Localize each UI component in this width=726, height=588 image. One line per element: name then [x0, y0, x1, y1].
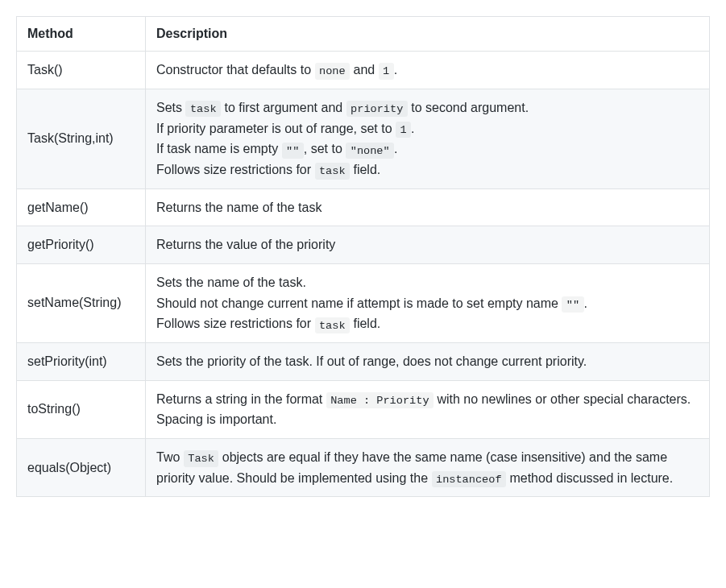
desc-text: Returns the value of the priority [156, 238, 335, 251]
code-snippet: 1 [396, 122, 411, 138]
code-snippet: none [315, 63, 351, 79]
desc-text: Follows size restrictions for [156, 317, 315, 330]
table-header-row: Method Description [17, 17, 710, 52]
code-snippet: "none" [346, 143, 394, 159]
table-row: getPriority() Returns the value of the p… [17, 226, 710, 264]
method-description: Constructor that defaults to none and 1. [146, 52, 710, 89]
table-row: getName() Returns the name of the task [17, 188, 710, 226]
table-row: Task(String,int) Sets task to first argu… [17, 89, 710, 188]
desc-line: Follows size restrictions for task field… [156, 313, 699, 334]
code-snippet: instanceof [432, 471, 506, 487]
desc-text: field. [350, 163, 380, 176]
method-name: getName() [17, 188, 146, 226]
desc-text: . [394, 63, 397, 77]
desc-line: If priority parameter is out of range, s… [156, 118, 699, 139]
desc-text: Sets the name of the task. [156, 275, 306, 289]
desc-text: . [411, 122, 414, 135]
method-name: equals(Object) [17, 438, 146, 497]
code-snippet: task [185, 101, 221, 117]
desc-text: , set to [304, 142, 346, 155]
header-description: Description [146, 17, 710, 52]
table-row: Task() Constructor that defaults to none… [17, 52, 710, 89]
header-method: Method [17, 17, 146, 52]
desc-text: method discussed in lecture. [506, 471, 673, 485]
method-description: Returns the name of the task [146, 188, 710, 226]
table-row: setName(String) Sets the name of the tas… [17, 263, 710, 342]
desc-text: Returns a string in the format [156, 392, 326, 406]
method-description: Returns a string in the format Name : Pr… [146, 380, 710, 438]
desc-text: . [394, 142, 397, 155]
table-row: setPriority(int) Sets the priority of th… [17, 343, 710, 381]
desc-text: Two [156, 450, 184, 464]
method-description: Sets the name of the task. Should not ch… [146, 263, 710, 342]
method-description: Two Task objects are equal if they have … [146, 438, 710, 497]
table-row: equals(Object) Two Task objects are equa… [17, 438, 710, 497]
methods-table: Method Description Task() Constructor th… [16, 16, 710, 497]
desc-text: If task name is empty [156, 142, 282, 155]
method-name: setName(String) [17, 263, 146, 342]
code-snippet: 1 [379, 63, 394, 79]
method-name: Task(String,int) [17, 89, 146, 188]
code-snippet: "" [562, 296, 583, 313]
desc-text: If priority parameter is out of range, s… [156, 122, 396, 135]
desc-line: Follows size restrictions for task field… [156, 159, 699, 180]
desc-text: to first argument and [221, 101, 346, 114]
method-description: Sets task to first argument and priority… [146, 89, 710, 188]
desc-line: If task name is empty "", set to "none". [156, 139, 699, 159]
desc-text: to second argument. [408, 101, 529, 114]
desc-text: Constructor that defaults to [156, 63, 315, 77]
code-snippet: task [315, 317, 351, 333]
method-description: Sets the priority of the task. If out of… [146, 343, 710, 381]
method-description: Returns the value of the priority [146, 226, 710, 264]
desc-text: . [584, 296, 587, 310]
code-snippet: Task [184, 450, 219, 466]
desc-text: Should not change current name if attemp… [156, 296, 562, 310]
method-name: Task() [17, 52, 146, 89]
method-name: setPriority(int) [17, 343, 146, 381]
desc-text: Returns the name of the task [156, 201, 322, 214]
code-snippet: task [315, 163, 351, 179]
desc-line: Sets task to first argument and priority… [156, 97, 699, 118]
desc-text: and [350, 63, 379, 77]
method-name: getPriority() [17, 226, 146, 264]
table-row: toString() Returns a string in the forma… [17, 380, 710, 438]
code-snippet: Name : Priority [326, 392, 434, 408]
code-snippet: "" [282, 143, 304, 159]
code-snippet: priority [346, 101, 408, 117]
desc-text: field. [350, 317, 380, 330]
desc-line: Should not change current name if attemp… [156, 293, 699, 314]
desc-text: Sets [156, 101, 185, 114]
desc-line: Sets the name of the task. [156, 272, 699, 293]
method-name: toString() [17, 380, 146, 438]
desc-text: Sets the priority of the task. If out of… [156, 354, 587, 368]
desc-text: Follows size restrictions for [156, 163, 315, 176]
